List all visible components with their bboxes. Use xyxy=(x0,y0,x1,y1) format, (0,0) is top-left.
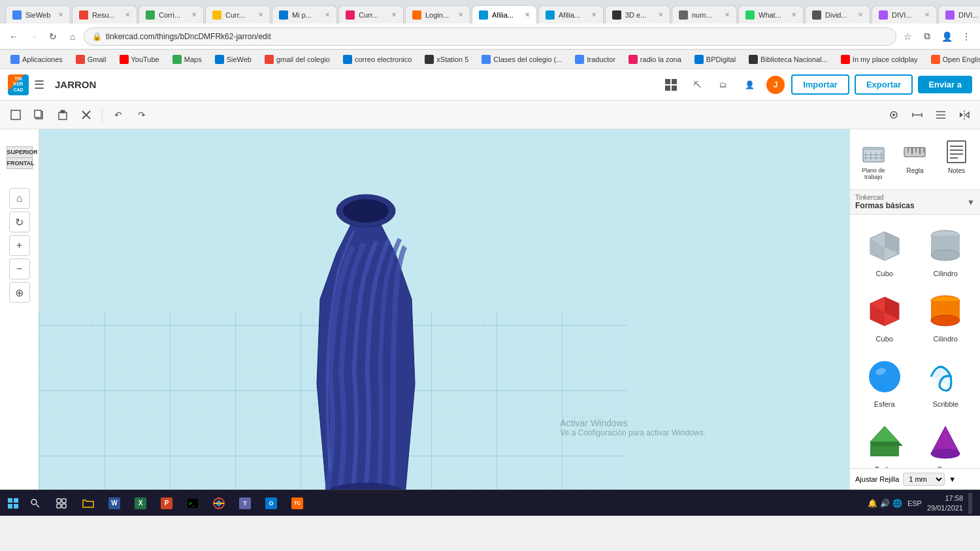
shapes-dropdown-button[interactable]: ▼ xyxy=(967,198,975,207)
redo-button[interactable]: ↷ xyxy=(131,104,152,125)
bookmark-sieweb[interactable]: SieWeb xyxy=(210,54,257,65)
taskbar-powerpoint[interactable]: P xyxy=(154,495,180,512)
bookmark-maps[interactable]: Maps xyxy=(167,54,207,65)
nav-profile-button[interactable]: 👤 xyxy=(938,28,955,45)
grid-view-button[interactable] xyxy=(661,74,681,95)
shape-label-s4: Cilindro xyxy=(934,335,958,343)
show-desktop-button[interactable] xyxy=(968,493,972,514)
adjust-rejilla-label: Ajustar Rejilla xyxy=(855,475,899,483)
shape-s4[interactable]: Cilindro xyxy=(917,285,975,348)
start-button[interactable] xyxy=(3,493,24,514)
shape-s1[interactable]: Cubo xyxy=(855,220,914,283)
ruler-tool[interactable]: Regla xyxy=(898,134,932,184)
shape-s7[interactable]: Techo xyxy=(855,416,914,468)
taskbar-outlook[interactable]: O xyxy=(259,495,285,512)
bookmark-gmail[interactable]: Gmail xyxy=(71,54,112,65)
bookmark-youtube[interactable]: YouTube xyxy=(114,54,165,65)
taskbar-terminal[interactable]: >_ xyxy=(180,496,206,511)
browser-tab-t1[interactable]: SieWeb✕ xyxy=(5,5,71,24)
send-button[interactable]: Enviar a xyxy=(918,76,972,93)
browser-tab-t5[interactable]: Mi p...✕ xyxy=(272,5,337,24)
copy-button[interactable] xyxy=(29,104,50,125)
browser-tab-t15[interactable]: DIVI...✕ xyxy=(938,5,980,24)
shape-s6[interactable]: Scribble xyxy=(917,351,975,413)
shape-s2[interactable]: Cilindro xyxy=(917,220,975,283)
nav-back-button[interactable]: ← xyxy=(5,28,22,45)
taskbar-word[interactable]: W xyxy=(102,495,128,512)
undo-button[interactable]: ↶ xyxy=(108,104,129,125)
tab-bar: SieWeb✕Resu...✕Corri...✕Curr...✕Mi p...✕… xyxy=(0,0,980,24)
nav-forward-button[interactable]: → xyxy=(25,28,42,45)
browser-tab-t4[interactable]: Curr...✕ xyxy=(205,5,270,24)
taskbar-chrome[interactable] xyxy=(206,495,233,512)
nav-ext-button[interactable]: ⧉ xyxy=(919,28,936,45)
nav-menu-button[interactable]: ⋮ xyxy=(958,28,975,45)
user-profile-button[interactable]: 👤 xyxy=(739,74,760,95)
view-cube[interactable]: SUPERIOR FRONTAL xyxy=(3,134,36,180)
notes-tool[interactable]: Notes xyxy=(939,134,973,184)
menu-icon[interactable]: ☰ xyxy=(34,78,44,92)
nav-refresh-button[interactable]: ↻ xyxy=(44,28,61,45)
shape-s5[interactable]: Esfera xyxy=(855,351,914,413)
bookmark-aplicaciones[interactable]: Aplicaciones xyxy=(5,54,68,65)
canvas-area[interactable]: Activar Windows Ve a Configuración para … xyxy=(39,129,849,490)
taskbar-teams[interactable]: T xyxy=(233,495,259,512)
bookmark-traductor[interactable]: traductor xyxy=(570,54,620,65)
shape-s3[interactable]: Cubo xyxy=(855,285,914,348)
orbit-button[interactable]: ↻ xyxy=(9,212,30,232)
browser-tab-t8[interactable]: Afilia...✕ xyxy=(472,5,537,24)
browser-tab-t7[interactable]: Login...✕ xyxy=(405,5,470,24)
bookmark-xstation-5[interactable]: xStation 5 xyxy=(419,54,474,65)
gallery-icon-button[interactable]: 🗂 xyxy=(713,74,734,95)
shape-thumb-s1 xyxy=(864,225,906,267)
user-avatar-button[interactable]: J xyxy=(765,74,786,95)
browser-tab-t2[interactable]: Resu...✕ xyxy=(72,5,137,24)
mirror-button[interactable] xyxy=(954,104,975,125)
bookmark-gmail-del-colegio[interactable]: gmail del colegio xyxy=(259,54,335,65)
zoom-in-button[interactable]: + xyxy=(9,235,30,256)
browser-tab-t9[interactable]: Afilia...✕ xyxy=(538,5,604,24)
taskbar-excel[interactable]: X xyxy=(128,495,154,512)
paste-button[interactable] xyxy=(52,104,73,125)
new-button[interactable] xyxy=(5,104,26,125)
measure-button[interactable] xyxy=(907,104,928,125)
browser-tab-t14[interactable]: DIVI...✕ xyxy=(872,5,937,24)
shape-label-s2: Cilindro xyxy=(934,270,958,277)
browser-tab-t10[interactable]: 3D e...✕ xyxy=(605,5,670,24)
snap-button[interactable] xyxy=(883,104,904,125)
delete-button[interactable] xyxy=(76,104,97,125)
pickaxe-icon-button[interactable]: ⛏ xyxy=(687,74,708,95)
bookmark-correo-electronico[interactable]: correo electronico xyxy=(338,54,417,65)
nav-home-button[interactable]: ⌂ xyxy=(64,28,81,45)
taskbar-app[interactable]: TC xyxy=(285,495,311,512)
align-button[interactable] xyxy=(930,104,951,125)
taskbar-search[interactable] xyxy=(24,496,50,511)
import-button[interactable]: Importar xyxy=(791,74,849,95)
rejilla-select[interactable]: 1 mm2 mm5 mm10 mm xyxy=(903,473,945,486)
bookmark-biblioteca-nacional...[interactable]: Biblioteca Nacional... xyxy=(743,54,833,65)
shape-s8[interactable]: Cono xyxy=(917,416,975,468)
svg-rect-43 xyxy=(947,141,966,163)
svg-rect-4 xyxy=(11,110,20,119)
browser-tab-t12[interactable]: What...✕ xyxy=(738,5,804,24)
export-button[interactable]: Exportar xyxy=(855,74,913,95)
bookmark-open-english-junior[interactable]: Open English Junior xyxy=(926,54,980,65)
nav-star-button[interactable]: ☆ xyxy=(899,28,916,45)
address-bar[interactable]: 🔒 tinkercad.com/things/bDncDMFRk62-jarro… xyxy=(84,27,896,46)
app-container: TINKERCAD ☰ JARRON ⛏ 🗂 👤 J Importar Expo… xyxy=(0,69,980,490)
taskbar-taskview[interactable] xyxy=(50,496,76,511)
bookmark-bpdigital[interactable]: BPDigital xyxy=(689,54,741,65)
bookmark-clases-del-colegio-(...[interactable]: Clases del colegio (... xyxy=(476,54,567,65)
browser-tab-t11[interactable]: num...✕ xyxy=(672,5,737,24)
bookmark-in-my-place-coldplay[interactable]: In my place coldplay xyxy=(836,54,923,65)
browser-tab-t13[interactable]: Divid...✕ xyxy=(805,5,870,24)
bookmark-radio-la-zona[interactable]: radio la zona xyxy=(623,54,687,65)
fit-view-button[interactable]: ⊕ xyxy=(9,282,30,303)
taskbar-explorer[interactable] xyxy=(76,496,102,511)
grid-svg xyxy=(39,129,849,490)
browser-tab-t3[interactable]: Corri...✕ xyxy=(139,5,204,24)
workplane-tool[interactable]: Plano detrabajo xyxy=(857,134,890,184)
zoom-out-button[interactable]: − xyxy=(9,259,30,279)
home-view-button[interactable]: ⌂ xyxy=(9,188,30,209)
browser-tab-t6[interactable]: Curr...✕ xyxy=(338,5,404,24)
